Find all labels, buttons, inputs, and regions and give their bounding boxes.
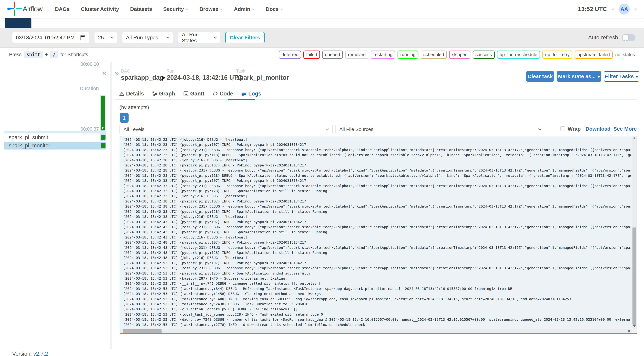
clear-filters-button[interactable]: Clear Filters: [225, 32, 264, 43]
run-types-value: All Run Types: [126, 35, 158, 41]
log-line: [2024-03-18, 13:42:43 UTC] {pyspark_pi.p…: [123, 220, 631, 225]
log-horizontal-scrollbar[interactable]: [120, 329, 632, 333]
log-line: [2024-03-18, 13:42:28 UTC] {job.py:216} …: [123, 158, 631, 163]
log-line: [2024-03-18, 13:42:48 UTC] {job.py:216} …: [123, 255, 631, 260]
filter-tasks-label: Filter Tasks: [605, 73, 634, 79]
state-badge-restarting: restarting: [371, 51, 395, 59]
auto-refresh-toggle[interactable]: [622, 34, 635, 41]
airflow-app: Airflow DAGsCluster ActivityDatasetsSecu…: [0, 0, 644, 356]
breadcrumb-separator: /: [158, 75, 160, 82]
task-name: spark_pi_monitor: [4, 142, 50, 149]
wrap-checkbox[interactable]: [560, 126, 565, 131]
mark-state-button[interactable]: Mark state as... ▾: [557, 71, 602, 82]
nav-item-docs[interactable]: Docs: [266, 6, 283, 12]
caret-down-icon: [252, 9, 255, 10]
task-row-spark-pi-submit[interactable]: spark_pi_submit: [4, 133, 106, 141]
nav-item-datasets[interactable]: Datasets: [130, 6, 152, 12]
active-tab-underline: [228, 99, 255, 100]
top-navbar: Airflow DAGsCluster ActivityDatasetsSecu…: [0, 0, 644, 18]
scroll-down-icon[interactable]: [633, 325, 636, 327]
nav-item-admin[interactable]: Admin: [234, 6, 254, 12]
tab-gantt[interactable]: Gantt: [183, 91, 204, 97]
task-instance-square[interactable]: [101, 143, 106, 148]
clock-caret-icon[interactable]: [612, 9, 614, 10]
chevron-down-icon: [166, 35, 170, 39]
utc-clock[interactable]: 13:52 UTC: [578, 6, 607, 13]
expand-panel-icon[interactable]: »: [115, 70, 119, 77]
log-line: [2024-03-18, 13:42:28 UTC] {pyspark_pi.p…: [123, 163, 631, 168]
scroll-right-icon[interactable]: [628, 330, 630, 332]
dag-link[interactable]: sparkapp_dag: [121, 74, 164, 81]
task-tabs: DetailsGraphGanttCodeLogs: [119, 88, 261, 99]
calendar-icon[interactable]: [80, 35, 86, 40]
log-line: [2024-03-18, 13:42:48 UTC] {rest.py:231}…: [123, 245, 631, 250]
clear-task-button[interactable]: Clear task: [526, 71, 554, 82]
file-source-select[interactable]: All File Sources: [335, 125, 545, 134]
nav-item-dags[interactable]: DAGs: [55, 6, 70, 12]
log-line: [2024-03-18, 13:42:53 UTC] {base.py:287}…: [123, 276, 631, 281]
caret-down-icon: [186, 9, 188, 10]
log-vertical-scrollbar[interactable]: [632, 136, 637, 329]
task-name: spark_pi_submit: [4, 134, 48, 141]
log-line: [2024-03-18, 13:42:43 UTC] {rest.py:231}…: [123, 225, 631, 230]
tab-label: Gantt: [190, 91, 204, 97]
log-line: [2024-03-18, 13:42:53 UTC] {taskinstance…: [123, 291, 631, 296]
main-menu: DAGsCluster ActivityDatasetsSecurityBrow…: [55, 6, 283, 12]
task-list-divider: [4, 131, 106, 133]
caret-down-icon: ▾: [598, 74, 600, 79]
log-level-select[interactable]: All Levels: [120, 125, 332, 134]
graph-icon: [152, 91, 158, 96]
attempt-1-button[interactable]: 1: [120, 113, 128, 123]
nav-item-security[interactable]: Security: [163, 6, 188, 12]
manual-run-icon: [102, 126, 104, 129]
tab-logs[interactable]: Logs: [241, 91, 261, 97]
collapse-sidebar-icon[interactable]: «: [102, 69, 107, 77]
chevron-down-icon: [214, 35, 217, 39]
state-legend: deferredfailedqueuedremovedrestartingrun…: [279, 51, 635, 59]
run-types-select[interactable]: All Run Types: [122, 32, 173, 43]
page-size-select[interactable]: 25: [94, 32, 117, 43]
run-states-select[interactable]: All Run States: [178, 32, 220, 43]
see-more-link[interactable]: See More: [614, 126, 637, 132]
log-output-panel: [2024-03-18, 13:42:23 UTC] {job.py:216} …: [120, 136, 637, 334]
run-link[interactable]: 2024-03-18, 13:42:16 UTC: [162, 74, 242, 81]
navbar-right: 13:52 UTC AA: [578, 4, 637, 15]
nav-item-browse[interactable]: Browse: [200, 6, 223, 12]
task-link[interactable]: spark_pi_monitor: [236, 74, 289, 81]
log-line: [2024-03-18, 13:42:43 UTC] {pyspark_pi.p…: [123, 230, 631, 235]
nav-item-cluster-activity[interactable]: Cluster Activity: [81, 6, 119, 12]
airflow-brand[interactable]: Airflow: [7, 2, 42, 17]
task-row-spark-pi-monitor[interactable]: spark_pi_monitor: [4, 142, 106, 149]
partial-scrolled-button[interactable]: [5, 18, 32, 28]
tab-label: Code: [220, 91, 233, 97]
log-line: [2024-03-18, 13:42:38 UTC] {pyspark_pi.p…: [123, 199, 631, 204]
task-instance-square[interactable]: [101, 135, 106, 140]
state-badge-queued: queued: [322, 51, 343, 59]
shortcut-prefix: Press: [9, 52, 22, 57]
user-menu-caret-icon[interactable]: [634, 9, 637, 10]
tab-graph[interactable]: Graph: [152, 91, 175, 97]
state-badge-up-for-retry: up_for_retry: [542, 51, 572, 59]
download-link[interactable]: Download: [586, 126, 610, 132]
filter-tasks-button[interactable]: Filter Tasks ▾: [604, 71, 639, 82]
tab-code[interactable]: Code: [212, 91, 233, 97]
brand-name: Airflow: [23, 5, 42, 13]
sidebar-scrollbar[interactable]: [110, 62, 112, 349]
log-line: [2024-03-18, 13:42:23 UTC] {rest.py:231}…: [123, 147, 631, 152]
breadcrumb-task: Task spark_pi_monitor: [236, 69, 289, 81]
run-states-value: All Run States: [182, 32, 214, 44]
log-line: [2024-03-18, 13:42:53 UTC] {pyspark_pi.p…: [123, 271, 631, 276]
tab-details[interactable]: Details: [119, 91, 144, 97]
scroll-up-icon[interactable]: [633, 137, 636, 139]
user-avatar[interactable]: AA: [619, 4, 630, 15]
state-badge-running: running: [398, 51, 418, 59]
log-line: [2024-03-18, 13:42:33 UTC] {pyspark_pi.p…: [123, 189, 631, 194]
version-link[interactable]: v2.7.2: [33, 351, 48, 356]
horizontal-scroll-thumb[interactable]: [123, 329, 162, 333]
nav-item-label: Docs: [266, 6, 278, 12]
vertical-scroll-thumb[interactable]: [632, 228, 636, 325]
state-badge-failed: failed: [304, 51, 320, 59]
base-date-input[interactable]: 03/18/2024, 01:52:47 PM: [12, 32, 89, 43]
dag-run-duration-bar[interactable]: [100, 96, 105, 130]
mark-state-label: Mark state as...: [558, 73, 596, 79]
